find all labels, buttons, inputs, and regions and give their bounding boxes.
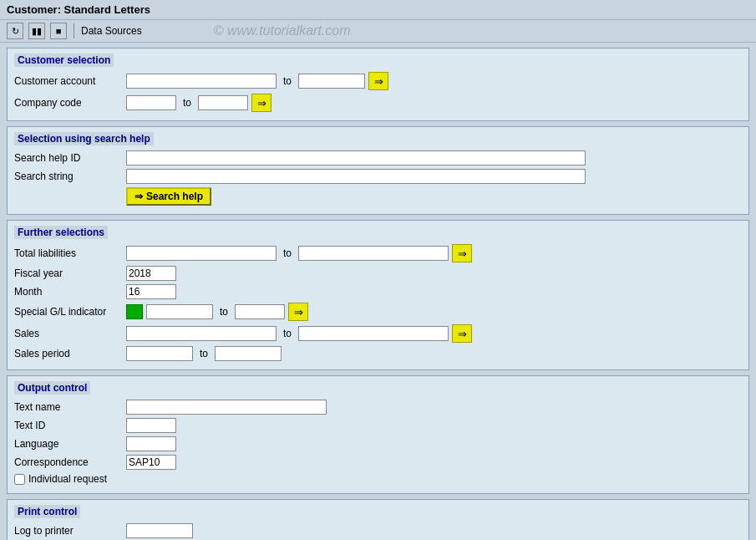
- total-liabilities-label: Total liabilities: [14, 247, 123, 259]
- text-name-label: Text name: [14, 401, 123, 413]
- individual-request-label: Individual request: [28, 473, 107, 485]
- sales-period-label: Sales period: [14, 348, 123, 359]
- fiscal-year-row: Fiscal year: [14, 266, 742, 281]
- print-control-section: Print control Log to printer: [7, 499, 749, 540]
- company-code-to-label: to: [180, 97, 195, 109]
- month-row: Month: [14, 284, 742, 299]
- total-liabilities-arrow-btn[interactable]: ⇒: [452, 244, 472, 262]
- text-name-input[interactable]: [126, 400, 327, 415]
- sales-period-to-input[interactable]: [215, 346, 282, 361]
- back-icon[interactable]: ↻: [7, 23, 23, 39]
- month-input[interactable]: [126, 284, 176, 299]
- sales-to-input[interactable]: [298, 326, 449, 341]
- save-icon[interactable]: ■: [50, 23, 67, 39]
- special-gl-arrow-btn[interactable]: ⇒: [288, 303, 308, 321]
- forward-icon[interactable]: ▮▮: [28, 23, 45, 39]
- further-selections-section: Further selections Total liabilities to …: [7, 220, 749, 370]
- search-help-button-row: ⇒ Search help: [14, 187, 742, 206]
- log-to-printer-input[interactable]: [126, 523, 193, 538]
- search-help-id-label: Search help ID: [14, 152, 123, 164]
- company-code-label: Company code: [14, 97, 123, 109]
- toolbar: ↻ ▮▮ ■ Data Sources © www.tutorialkart.c…: [0, 20, 756, 43]
- customer-selection-section: Customer selection Customer account to ⇒…: [7, 48, 749, 121]
- search-help-button[interactable]: ⇒ Search help: [126, 187, 211, 206]
- output-control-title: Output control: [14, 381, 90, 395]
- total-liabilities-from-input[interactable]: [126, 246, 277, 261]
- special-gl-to-label: to: [216, 306, 231, 318]
- fiscal-year-input[interactable]: [126, 266, 176, 281]
- search-help-btn-icon: ⇒: [134, 191, 143, 202]
- customer-account-to-input[interactable]: [298, 74, 365, 89]
- company-code-row: Company code to ⇒: [14, 94, 742, 112]
- customer-account-to-label: to: [280, 75, 295, 87]
- fiscal-year-label: Fiscal year: [14, 267, 123, 279]
- customer-account-arrow-btn[interactable]: ⇒: [368, 72, 388, 90]
- month-label: Month: [14, 286, 123, 298]
- individual-request-checkbox[interactable]: [14, 474, 25, 485]
- data-sources-label[interactable]: Data Sources: [81, 25, 142, 37]
- title-bar: Customer: Standard Letters: [0, 0, 756, 20]
- language-label: Language: [14, 438, 123, 450]
- sales-label: Sales: [14, 328, 123, 339]
- total-liabilities-to-label: to: [280, 247, 295, 259]
- sales-period-row: Sales period to: [14, 346, 742, 361]
- page-title: Customer: Standard Letters: [7, 3, 150, 16]
- total-liabilities-to-input[interactable]: [298, 246, 449, 261]
- customer-selection-title: Customer selection: [14, 53, 114, 67]
- output-control-section: Output control Text name Text ID Languag…: [7, 375, 749, 494]
- search-help-section-title: Selection using search help: [14, 132, 154, 145]
- further-selections-title: Further selections: [14, 226, 108, 239]
- log-to-printer-row: Log to printer: [14, 523, 742, 538]
- log-to-printer-label: Log to printer: [14, 525, 123, 537]
- individual-request-row: Individual request: [14, 473, 742, 485]
- correspondence-row: Correspondence: [14, 455, 742, 470]
- watermark: © www.tutorialkart.com: [214, 23, 351, 38]
- correspondence-input[interactable]: [126, 455, 176, 470]
- text-name-row: Text name: [14, 400, 742, 415]
- special-gl-row: Special G/L indicator to ⇒: [14, 303, 742, 321]
- sales-row: Sales to ⇒: [14, 324, 742, 343]
- special-gl-to-input[interactable]: [235, 304, 285, 319]
- search-help-btn-label: Search help: [146, 191, 203, 202]
- customer-account-from-input[interactable]: [126, 74, 277, 89]
- print-control-title: Print control: [14, 505, 80, 518]
- main-content: Customer selection Customer account to ⇒…: [0, 43, 756, 540]
- search-help-section: Selection using search help Search help …: [7, 126, 749, 215]
- company-code-to-input[interactable]: [198, 95, 248, 110]
- sales-to-label: to: [280, 328, 295, 339]
- company-code-arrow-btn[interactable]: ⇒: [251, 94, 271, 112]
- text-id-label: Text ID: [14, 420, 123, 431]
- text-id-input[interactable]: [126, 418, 176, 433]
- sales-period-from-input[interactable]: [126, 346, 193, 361]
- text-id-row: Text ID: [14, 418, 742, 433]
- company-code-from-input[interactable]: [126, 95, 176, 110]
- total-liabilities-row: Total liabilities to ⇒: [14, 244, 742, 262]
- correspondence-label: Correspondence: [14, 456, 123, 468]
- sales-period-to-label: to: [196, 348, 211, 359]
- search-string-row: Search string: [14, 169, 742, 184]
- search-string-label: Search string: [14, 171, 123, 182]
- toolbar-separator: [74, 23, 74, 38]
- search-help-id-input[interactable]: [126, 150, 586, 166]
- language-input[interactable]: [126, 436, 176, 451]
- sales-arrow-btn[interactable]: ⇒: [452, 324, 472, 343]
- customer-account-label: Customer account: [14, 75, 123, 87]
- search-string-input[interactable]: [126, 169, 586, 184]
- special-gl-label: Special G/L indicator: [14, 306, 123, 318]
- customer-account-row: Customer account to ⇒: [14, 72, 742, 90]
- sales-from-input[interactable]: [126, 326, 277, 341]
- language-row: Language: [14, 436, 742, 451]
- search-help-id-row: Search help ID: [14, 150, 742, 166]
- special-gl-from-input[interactable]: [146, 304, 213, 319]
- special-gl-indicator-btn[interactable]: [126, 304, 143, 319]
